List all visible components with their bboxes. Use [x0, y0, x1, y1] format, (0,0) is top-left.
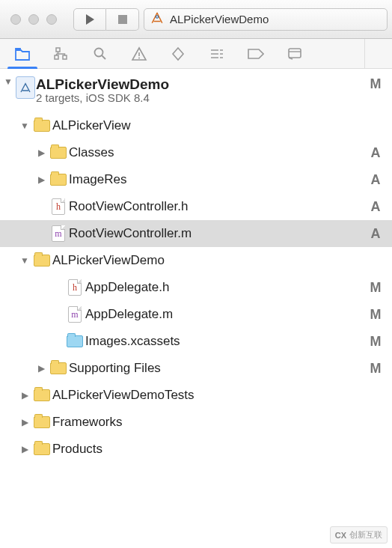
symbol-navigator-tab[interactable]: [42, 39, 81, 69]
tree-row[interactable]: mAppDelegate.mM: [0, 301, 392, 328]
scm-status: M: [365, 76, 386, 92]
svg-rect-4: [63, 55, 67, 59]
disclosure-triangle[interactable]: ▶: [18, 444, 31, 454]
scheme-name: ALPickerViewDemo: [170, 13, 269, 25]
row-label: ImageRes: [69, 172, 365, 187]
disclosure-triangle[interactable]: ▶: [34, 174, 48, 185]
project-name: ALPickerViewDemo: [36, 76, 169, 93]
project-navigator: ▼ ALPickerViewDemo 2 targets, iOS SDK 8.…: [0, 69, 392, 548]
svg-rect-0: [118, 15, 127, 24]
row-label: Images.xcassets: [85, 334, 365, 349]
svg-rect-2: [56, 48, 60, 52]
tree-row[interactable]: ▶Frameworks: [0, 409, 392, 436]
row-label: RootViewController.m: [69, 226, 365, 241]
project-subtitle: 2 targets, iOS SDK 8.4: [36, 91, 169, 104]
toolbar: ALPickerViewDemo: [0, 0, 392, 39]
row-label: Supporting Files: [69, 361, 365, 376]
impl-file-icon: m: [48, 225, 69, 242]
scm-status: A: [365, 172, 386, 188]
project-navigator-tab[interactable]: [3, 39, 42, 69]
disclosure-triangle[interactable]: ▶: [34, 147, 48, 158]
project-icon: [15, 76, 36, 99]
scm-status: A: [365, 199, 386, 215]
scm-status: A: [365, 145, 386, 161]
breakpoint-navigator-tab[interactable]: [236, 39, 275, 69]
svg-point-7: [138, 57, 140, 58]
disclosure-triangle[interactable]: ▼: [18, 255, 31, 266]
tree-row[interactable]: ▶Products: [0, 436, 392, 463]
scheme-selector[interactable]: ALPickerViewDemo: [144, 8, 388, 31]
tree-row[interactable]: Images.xcassetsM: [0, 328, 392, 355]
row-label: Classes: [69, 145, 365, 160]
scm-status: M: [365, 334, 386, 350]
debug-navigator-tab[interactable]: [197, 39, 236, 69]
find-navigator-tab[interactable]: [81, 39, 120, 69]
header-file-icon: h: [48, 198, 69, 215]
svg-point-5: [95, 48, 103, 56]
disclosure-triangle[interactable]: ▶: [34, 363, 48, 374]
tree-row[interactable]: ▶ImageResA: [0, 166, 392, 193]
navigator-tab-bar: [0, 39, 392, 69]
zoom-window-button[interactable]: [46, 14, 57, 25]
folder-icon: [31, 416, 52, 428]
tree-row[interactable]: ▼ALPickerView: [0, 112, 392, 139]
project-root-row[interactable]: ▼ ALPickerViewDemo 2 targets, iOS SDK 8.…: [0, 73, 392, 112]
folder-icon: [31, 389, 52, 401]
row-label: RootViewController.h: [69, 199, 365, 214]
tree-row[interactable]: ▶Supporting FilesM: [0, 355, 392, 382]
disclosure-triangle[interactable]: ▶: [18, 417, 31, 427]
tree-row[interactable]: ▶ClassesA: [0, 139, 392, 166]
run-stop-group: [73, 8, 139, 31]
disclosure-triangle[interactable]: ▼: [1, 76, 15, 87]
minimize-window-button[interactable]: [28, 14, 39, 25]
row-label: AppDelegate.h: [85, 280, 365, 295]
svg-rect-3: [55, 55, 58, 59]
window-controls: [4, 14, 69, 25]
row-label: AppDelegate.m: [85, 307, 365, 322]
close-window-button[interactable]: [10, 14, 21, 25]
row-label: Frameworks: [52, 415, 365, 430]
disclosure-triangle[interactable]: ▼: [18, 121, 31, 131]
app-icon: [150, 11, 164, 27]
stop-button[interactable]: [106, 8, 139, 31]
impl-file-icon: m: [64, 306, 85, 323]
svg-rect-14: [289, 49, 301, 58]
scm-status: M: [365, 280, 386, 296]
run-button[interactable]: [73, 8, 106, 31]
scm-status: M: [365, 307, 386, 323]
scm-status: M: [365, 361, 386, 377]
watermark-logo: CX: [335, 531, 346, 540]
disclosure-triangle[interactable]: ▶: [18, 390, 31, 401]
issue-navigator-tab[interactable]: [120, 39, 159, 69]
watermark-text: 创新互联: [349, 529, 382, 541]
svg-point-1: [156, 16, 158, 18]
tree-row[interactable]: ▶ALPickerViewDemoTests: [0, 382, 392, 409]
report-navigator-tab[interactable]: [275, 39, 314, 69]
row-label: ALPickerViewDemoTests: [52, 388, 365, 403]
tree-row[interactable]: hAppDelegate.hM: [0, 274, 392, 301]
folder-icon: [31, 255, 52, 267]
row-label: ALPickerView: [52, 118, 365, 133]
tree-row[interactable]: hRootViewController.hA: [0, 193, 392, 220]
tree-row[interactable]: mRootViewController.mA: [0, 220, 392, 247]
row-label: ALPickerViewDemo: [52, 253, 365, 268]
folder-icon: [48, 174, 69, 186]
folder-icon: [48, 147, 69, 159]
tree-row[interactable]: ▼ALPickerViewDemo: [0, 247, 392, 274]
header-file-icon: h: [64, 279, 85, 296]
scm-status: A: [365, 226, 386, 242]
folder-icon: [48, 362, 69, 374]
folder-icon: [64, 335, 85, 347]
folder-icon: [31, 120, 52, 132]
folder-icon: [31, 443, 52, 455]
watermark: CX 创新互联: [330, 526, 388, 544]
row-label: Products: [52, 442, 365, 457]
test-navigator-tab[interactable]: [159, 39, 197, 69]
